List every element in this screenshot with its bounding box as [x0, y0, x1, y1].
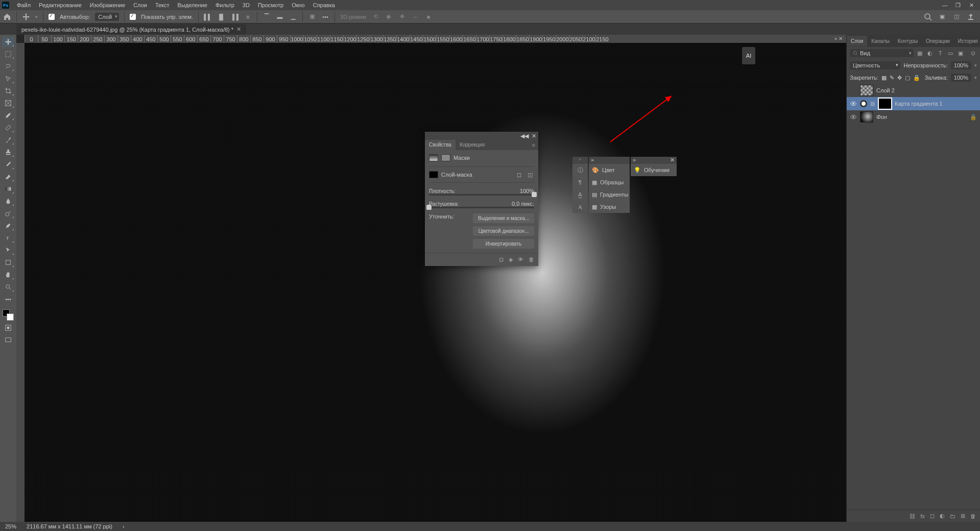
- lock-artboard-icon[interactable]: ▢: [905, 75, 910, 81]
- layer-row[interactable]: ⛓ Карта градиента 1: [847, 97, 980, 110]
- select-pixel-mask-icon[interactable]: ◻: [515, 171, 523, 178]
- feather-value[interactable]: 0,0 пикс.: [512, 201, 534, 207]
- strip-close-icon[interactable]: ✕: [670, 157, 675, 164]
- strip-collapse-icon[interactable]: »: [633, 157, 636, 164]
- character-panel-icon[interactable]: A̲: [572, 188, 588, 201]
- home-icon[interactable]: [3, 13, 11, 21]
- marquee-tool[interactable]: [2, 49, 14, 59]
- autoselect-dropdown[interactable]: Слой: [95, 13, 119, 21]
- new-adjustment-icon[interactable]: ◐: [940, 513, 945, 519]
- delete-mask-icon[interactable]: 🗑: [529, 256, 534, 263]
- zoom-level[interactable]: 25%: [5, 523, 16, 529]
- panel-collapse-icon[interactable]: ◀◀: [520, 133, 529, 139]
- close-icon[interactable]: ✕: [968, 2, 975, 9]
- arrange-icon[interactable]: ◫: [952, 13, 961, 21]
- layer-row[interactable]: Фон 🔒: [847, 110, 980, 124]
- more-icon[interactable]: •••: [321, 13, 329, 21]
- align-to-icon[interactable]: ⊞: [308, 13, 316, 21]
- screenmode-tool[interactable]: [2, 335, 14, 345]
- search-icon[interactable]: [924, 13, 932, 21]
- show-controls-checkbox[interactable]: [130, 14, 136, 20]
- eraser-tool[interactable]: [2, 172, 14, 182]
- move-tool-icon[interactable]: [22, 13, 30, 21]
- menu-window[interactable]: Окно: [288, 1, 308, 10]
- ai-badge[interactable]: AI: [742, 47, 755, 64]
- layer-mask-thumbnail[interactable]: [878, 98, 892, 109]
- layer-name[interactable]: Слой 2: [876, 87, 895, 93]
- autoselect-checkbox[interactable]: [49, 14, 55, 20]
- gradients-panel-item[interactable]: ▤Градиенты: [589, 188, 630, 201]
- filter-type-icon[interactable]: T: [936, 49, 944, 57]
- align-center-h-icon[interactable]: ▐▌: [217, 13, 225, 21]
- type-tool[interactable]: T: [2, 233, 14, 243]
- brush-tool[interactable]: [2, 135, 14, 145]
- disable-mask-icon[interactable]: 👁: [518, 256, 523, 263]
- document-dimensions[interactable]: 2116.67 мм x 1411.11 мм (72 ppi): [27, 523, 112, 529]
- actions-tab[interactable]: Операции: [922, 36, 954, 46]
- path-select-tool[interactable]: [2, 245, 14, 255]
- menu-edit[interactable]: Редактирование: [35, 1, 85, 10]
- layer-thumbnail[interactable]: [860, 85, 873, 96]
- properties-panel[interactable]: ◀◀ ✕ Свойства Коррекция ≡ Маски Слой-мас…: [425, 132, 538, 266]
- filter-pixel-icon[interactable]: ▦: [916, 49, 924, 57]
- status-more-icon[interactable]: ›: [123, 523, 125, 529]
- align-left-icon[interactable]: ▌▌: [204, 13, 212, 21]
- layer-name[interactable]: Фон: [876, 114, 887, 120]
- swatches-panel-item[interactable]: ▦Образцы: [589, 176, 630, 188]
- visibility-toggle[interactable]: [850, 87, 857, 94]
- glyphs-panel-icon[interactable]: A: [572, 201, 588, 213]
- menu-text[interactable]: Текст: [152, 1, 173, 10]
- history-tab[interactable]: История: [954, 36, 980, 46]
- lock-all-icon[interactable]: 🔒: [913, 75, 920, 81]
- channels-tab[interactable]: Каналы: [867, 36, 894, 46]
- link-icon[interactable]: ⛓: [870, 101, 875, 107]
- strip-collapse-icon[interactable]: »: [591, 157, 594, 164]
- strip-collapse-icon[interactable]: »: [572, 157, 588, 164]
- align-top-icon[interactable]: ▔: [262, 13, 271, 21]
- fill-value[interactable]: 100%: [951, 74, 971, 82]
- vector-mask-icon[interactable]: [441, 154, 450, 161]
- mask-thumbnail[interactable]: [429, 171, 438, 178]
- filter-toggle-icon[interactable]: ⊙: [969, 49, 977, 57]
- hand-tool[interactable]: [2, 270, 14, 280]
- lasso-tool[interactable]: [2, 61, 14, 71]
- visibility-toggle[interactable]: [850, 113, 857, 120]
- lock-position-icon[interactable]: ✥: [897, 75, 902, 81]
- opacity-value[interactable]: 100%: [951, 61, 971, 69]
- load-selection-icon[interactable]: ⊡: [499, 256, 504, 263]
- feather-slider[interactable]: [429, 207, 534, 208]
- layers-tab[interactable]: Слои: [847, 36, 867, 46]
- filter-smart-icon[interactable]: ▣: [957, 49, 965, 57]
- history-brush-tool[interactable]: [2, 159, 14, 170]
- shape-tool[interactable]: [2, 257, 14, 268]
- menu-filter[interactable]: Фильтр: [212, 1, 238, 10]
- paths-tab[interactable]: Контуры: [894, 36, 922, 46]
- panel-menu-icon[interactable]: ≡: [529, 140, 538, 150]
- layer-name[interactable]: Карта градиента 1: [895, 101, 943, 107]
- blend-mode-dropdown[interactable]: Цветность: [850, 61, 900, 69]
- invert-button[interactable]: Инвертировать: [473, 239, 534, 249]
- pixel-mask-icon[interactable]: [429, 154, 438, 161]
- frame-tool[interactable]: [2, 98, 14, 108]
- quickmask-tool[interactable]: [2, 323, 14, 333]
- menu-layers[interactable]: Слои: [130, 1, 151, 10]
- panel-close-icon[interactable]: ✕: [532, 133, 536, 139]
- minimize-icon[interactable]: —: [941, 2, 948, 9]
- stamp-tool[interactable]: [2, 147, 14, 157]
- menu-view[interactable]: Просмотр: [254, 1, 287, 10]
- dodge-tool[interactable]: [2, 208, 14, 219]
- canvas[interactable]: [25, 43, 846, 522]
- share-icon[interactable]: [967, 13, 975, 21]
- lock-pixels-icon[interactable]: ✎: [890, 75, 894, 81]
- new-group-icon[interactable]: 🗀: [950, 513, 955, 519]
- color-swatches[interactable]: [3, 309, 14, 321]
- align-bottom-icon[interactable]: ▁: [289, 13, 297, 21]
- link-layers-icon[interactable]: ⛓: [910, 513, 915, 519]
- paragraph-panel-icon[interactable]: ¶: [572, 176, 588, 188]
- menu-file[interactable]: Файл: [13, 1, 34, 10]
- apply-mask-icon[interactable]: ◈: [509, 256, 513, 263]
- color-panel-item[interactable]: 🎨Цвет: [589, 164, 630, 176]
- adjustments-tab[interactable]: Коррекция: [456, 140, 489, 150]
- edit-toolbar[interactable]: •••: [2, 294, 14, 304]
- add-mask-icon[interactable]: ◻: [930, 513, 935, 519]
